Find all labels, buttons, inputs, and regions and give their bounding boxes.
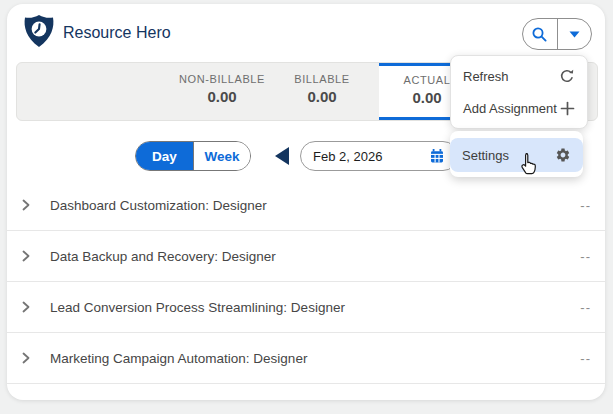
menu-item-add-assignment[interactable]: Add Assignment: [451, 92, 587, 124]
dropdown-menu: Refresh Add Assignment: [450, 55, 588, 129]
row-value: --: [580, 249, 591, 264]
date-value: Feb 2, 2026: [313, 149, 382, 164]
assignment-list: Dashboard Customization: Designer -- Dat…: [7, 180, 605, 384]
row-value: --: [580, 300, 591, 315]
menu-item-settings[interactable]: Settings: [450, 138, 583, 172]
stat-label: BILLABLE: [272, 73, 372, 85]
chevron-right-icon[interactable]: [19, 351, 33, 365]
view-toggle: Day Week: [135, 141, 251, 171]
table-row[interactable]: Dashboard Customization: Designer --: [7, 180, 605, 231]
page-title: Resource Hero: [63, 24, 171, 42]
row-label: Lead Conversion Process Streamlining: De…: [50, 300, 345, 315]
menu-item-refresh[interactable]: Refresh: [451, 60, 587, 92]
date-input[interactable]: Feb 2, 2026: [300, 141, 458, 171]
row-label: Data Backup and Recovery: Designer: [50, 249, 276, 264]
row-value: --: [580, 351, 591, 366]
header-button-group: [522, 18, 592, 50]
stat-non-billable[interactable]: NON-BILLABLE 0.00: [152, 63, 292, 120]
dropdown-menu-settings-section: Settings: [450, 131, 583, 177]
day-toggle-button[interactable]: Day: [136, 142, 193, 170]
menu-item-label: Settings: [462, 148, 509, 163]
menu-item-label: Add Assignment: [463, 101, 557, 116]
row-label: Dashboard Customization: Designer: [50, 198, 267, 213]
table-row[interactable]: Lead Conversion Process Streamlining: De…: [7, 282, 605, 333]
previous-date-button[interactable]: [275, 147, 289, 165]
chevron-right-icon[interactable]: [19, 300, 33, 314]
stat-billable[interactable]: BILLABLE 0.00: [272, 63, 372, 120]
week-toggle-button[interactable]: Week: [193, 142, 250, 170]
gear-icon: [555, 147, 571, 163]
table-row[interactable]: Data Backup and Recovery: Designer --: [7, 231, 605, 282]
shield-clock-icon: [20, 13, 58, 51]
stat-value: 0.00: [152, 88, 292, 105]
menu-dropdown-button[interactable]: [558, 19, 592, 49]
stat-value: 0.00: [272, 88, 372, 105]
row-value: --: [580, 198, 591, 213]
table-row[interactable]: Marketing Campaign Automation: Designer …: [7, 333, 605, 384]
app-window: Resource Hero NON-BILLABLE 0.00 BILLABLE…: [0, 0, 613, 414]
caret-down-icon: [569, 31, 580, 38]
refresh-icon: [559, 68, 575, 84]
chevron-right-icon[interactable]: [19, 198, 33, 212]
search-button[interactable]: [523, 19, 558, 49]
menu-item-label: Refresh: [463, 69, 509, 84]
stat-label: NON-BILLABLE: [152, 73, 292, 85]
calendar-icon[interactable]: [429, 148, 445, 164]
chevron-right-icon[interactable]: [19, 249, 33, 263]
plus-icon: [560, 101, 575, 116]
search-icon: [531, 26, 548, 43]
row-label: Marketing Campaign Automation: Designer: [50, 351, 307, 366]
